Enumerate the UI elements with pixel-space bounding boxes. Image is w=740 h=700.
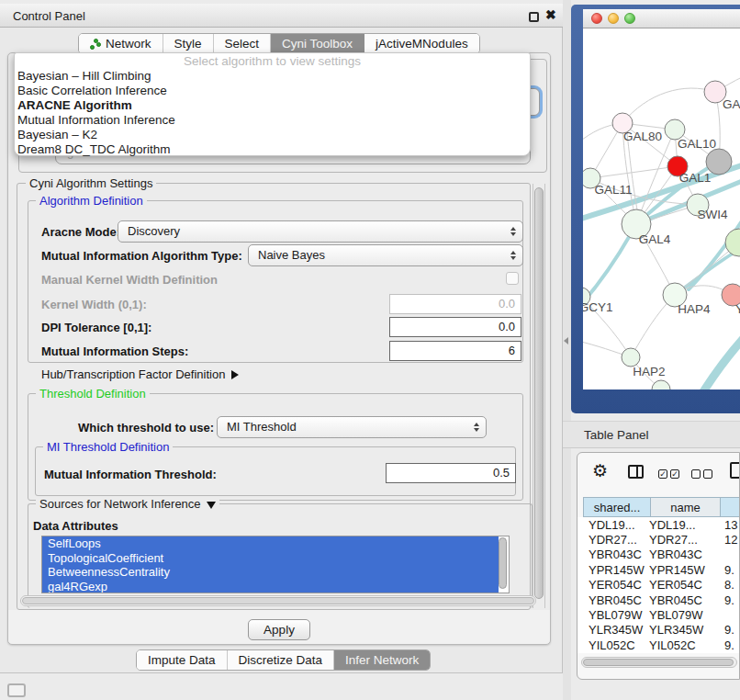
aracne-mode-combobox[interactable]: Discovery [118,220,523,243]
table-cell: YDR27... [649,533,719,547]
columns-icon[interactable] [628,465,644,479]
algorithm-option-dream8-dc-tdc-algorithm[interactable]: Dream8 DC_TDC Algorithm [15,142,530,157]
network-window-titlebar [583,9,740,28]
table-panel-title: Table Panel [584,428,649,442]
table-cell: 9. [719,638,740,652]
tab-label: Cyni Toolbox [282,37,353,51]
cyni-bottom-tabs: Impute DataDiscretize DataInfer Network [136,649,431,671]
panel-corner-icon[interactable] [7,683,26,697]
table-cell: YBR045C [649,593,719,607]
tab-label: Impute Data [148,653,216,667]
mi-type-combobox[interactable]: Naive Bayes [248,244,523,266]
network-node-hap2[interactable] [622,348,640,367]
node-label-hap4: HAP4 [678,302,711,316]
tab-cyni-toolbox[interactable]: Cyni Toolbox [271,34,364,53]
tab-discretize-data[interactable]: Discretize Data [228,650,335,670]
apply-button[interactable]: Apply [248,619,310,640]
table-row[interactable]: YPR145WYPR145W9. [577,562,740,577]
float-panel-icon[interactable] [529,12,539,22]
column-header-name[interactable]: name [651,497,721,517]
mi-steps-field[interactable]: 6 [389,341,521,361]
divider-collapse-icon[interactable] [564,337,568,344]
zoom-window-icon[interactable] [624,13,635,24]
tab-impute-data[interactable]: Impute Data [137,650,228,670]
attribute-item-betweennesscentrality[interactable]: BetweennessCentrality [42,565,499,580]
tab-jactivemnodules[interactable]: jActiveMNodules [364,34,479,53]
table-horizontal-scrollbar[interactable] [581,657,737,668]
table-cell: YIL052C [649,638,719,652]
table-cell: YER054C [649,578,719,592]
cyni-algorithm-settings-title: Cyni Algorithm Settings [26,176,156,190]
attribute-item-topologicalcoefficient[interactable]: TopologicalCoefficient [42,551,499,566]
algorithm-option-bayesian-hill-climbing[interactable]: Bayesian – Hill Climbing [15,69,530,84]
mi-type-value: Naive Bayes [258,248,325,262]
deselect-all-icon[interactable] [691,469,712,479]
tab-network[interactable]: Network [79,34,163,53]
scrollbar-thumb[interactable] [534,187,544,599]
which-threshold-label: Which threshold to use: [78,421,214,435]
table-cell: 9. [719,593,740,607]
scrollbar-thumb[interactable] [22,597,534,604]
table-cell: YIL052C [577,638,649,652]
attribute-item-gal4rgexp[interactable]: gal4RGexp [42,580,499,594]
table-rows: YDL19...YDL19...13YDR27...YDR27...12YBR0… [577,517,740,653]
node-label-gal11: GAL11 [594,183,632,197]
algorithm-option-bayesian-k2[interactable]: Bayesian – K2 [15,128,530,142]
scrollbar-thumb[interactable] [583,659,734,666]
tab-label: Network [106,37,151,51]
algorithm-option-mutual-information-inference[interactable]: Mutual Information Inference [15,113,530,128]
dpi-tolerance-field[interactable]: 0.0 [389,317,521,337]
minimize-window-icon[interactable] [608,13,619,24]
tab-infer-network[interactable]: Infer Network [334,650,430,670]
settings-horizontal-scrollbar[interactable] [20,595,536,606]
algorithm-definition-title: Algorithm Definition [36,194,147,208]
tab-select[interactable]: Select [214,34,272,53]
table-header-row: shared...name [583,497,740,517]
table-row[interactable]: YDR27...YDR27...12 [577,532,740,547]
table-row[interactable]: YBR045CYBR045C9. [577,593,740,607]
hub-definition-expander[interactable]: Hub/Transcription Factor Definition [41,367,239,381]
tab-style[interactable]: Style [163,34,214,53]
table-cell: YLR345W [577,623,649,637]
tab-label: Infer Network [345,653,419,667]
gear-icon[interactable]: ⚙ [592,460,608,481]
node-label-y: Y [735,302,740,316]
table-row[interactable]: YER054CYER054C8. [577,578,740,593]
network-canvas[interactable]: GALGAL80GAL10GAL1GAL11SWI4GAL4GCY1HAP4YH… [583,28,740,390]
panel-divider[interactable] [563,0,571,700]
algorithm-option-aracne-algorithm[interactable]: ARACNE Algorithm [15,98,530,113]
document-icon[interactable] [730,462,740,479]
column-header-2[interactable] [721,497,740,517]
stepper-arrows-icon [510,227,516,236]
close-window-icon[interactable] [591,13,602,24]
sources-title-text: Sources for Network Inference [39,497,201,511]
close-panel-icon[interactable]: ✖ [545,7,556,22]
table-row[interactable]: YLR345WYLR345W9. [577,623,740,638]
which-threshold-combobox[interactable]: MI Threshold [217,416,487,438]
scrollbar-thumb[interactable] [499,537,507,589]
kernel-width-field[interactable]: 0.0 [389,294,521,314]
kernel-width-label: Kernel Width (0,1): [41,298,147,311]
mi-threshold-field[interactable]: 0.5 [386,463,516,483]
table-row[interactable]: YIL052CYIL052C9. [577,638,740,652]
sources-group-title[interactable]: Sources for Network Inference [36,497,219,511]
which-threshold-value: MI Threshold [227,420,297,434]
algorithm-option-basic-correlation-inference[interactable]: Basic Correlation Inference [15,84,530,98]
column-header-shared[interactable]: shared... [583,497,651,517]
node-label-gcy1: GCY1 [583,300,612,314]
settings-vertical-scrollbar[interactable] [533,184,545,608]
network-node[interactable] [652,380,670,390]
attribute-item-selfloops[interactable]: SelfLoops [42,536,499,551]
attributes-list-scrollbar[interactable] [499,536,508,592]
node-label-gal: GAL [723,97,740,111]
table-row[interactable]: YBL079WYBL079W [577,607,740,622]
expander-arrow-icon [231,370,239,379]
table-row[interactable]: YDL19...YDL19...13 [577,517,740,532]
table-row[interactable]: YBR043CYBR043C [577,548,740,562]
tab-label: Style [174,37,202,51]
data-attributes-list[interactable]: SelfLoopsTopologicalCoefficientBetweenne… [41,536,510,593]
manual-kernel-checkbox[interactable] [506,272,519,285]
select-all-icon[interactable]: ✓✓ [658,469,679,479]
stepper-arrows-icon [510,251,516,260]
table-cell: YBL079W [577,608,649,622]
